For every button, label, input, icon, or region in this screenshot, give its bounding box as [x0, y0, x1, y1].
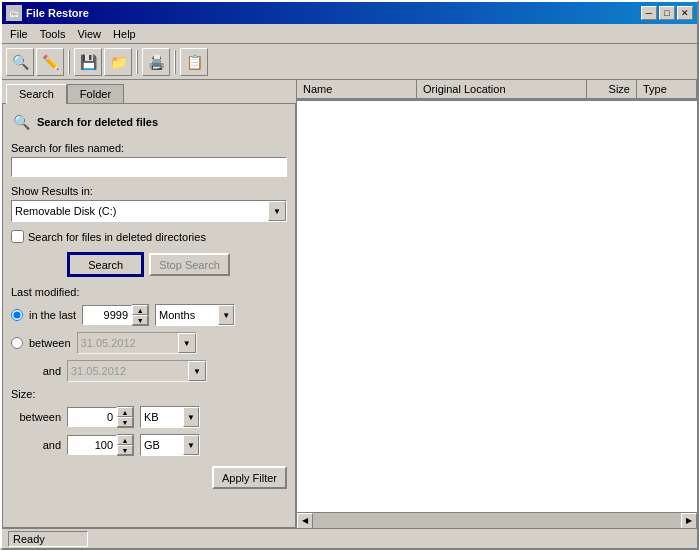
toolbar-info-button[interactable]: 📋 [180, 48, 208, 76]
column-header-name[interactable]: Name [297, 80, 417, 100]
toolbar-save-button[interactable]: 💾 [74, 48, 102, 76]
apply-filter-button[interactable]: Apply Filter [212, 466, 287, 489]
menu-view[interactable]: View [71, 26, 107, 42]
show-results-group: Show Results in: Removable Disk (C:) Loc… [11, 185, 287, 222]
scroll-left-button[interactable]: ◀ [297, 513, 313, 529]
column-header-type[interactable]: Type [637, 80, 697, 100]
status-text: Ready [13, 533, 45, 545]
search-button[interactable]: Search [68, 253, 143, 276]
and-date-select-wrap: 31.05.2012 ▼ [67, 360, 207, 382]
in-last-spin-wrap: ▲ ▼ [82, 304, 149, 326]
between-radio-row: between 31.05.2012 ▼ [11, 332, 287, 354]
show-results-label: Show Results in: [11, 185, 287, 197]
size-section: Size: between ▲ ▼ [11, 388, 287, 489]
show-results-select-wrap: Removable Disk (C:) Local Disk (D:) All … [11, 200, 287, 222]
tab-bar: Search Folder [2, 80, 296, 103]
size-label: Size: [11, 388, 287, 400]
between-size-row: between ▲ ▼ KB MB GB [11, 406, 287, 428]
toolbar: 🔍 ✏️ 💾 📁 🖨️ 📋 [2, 44, 697, 80]
between-date-select-wrap: 31.05.2012 ▼ [77, 332, 197, 354]
filename-field-group: Search for files named: [11, 142, 287, 177]
title-bar: 🗂 File Restore ─ □ ✕ [2, 2, 697, 24]
in-last-label: in the last [29, 309, 76, 321]
and-size-label: and [11, 439, 61, 451]
toolbar-separator-1 [68, 50, 70, 74]
deleted-dirs-label: Search for files in deleted directories [28, 231, 206, 243]
menu-tools[interactable]: Tools [34, 26, 72, 42]
filename-label: Search for files named: [11, 142, 287, 154]
status-panel: Ready [8, 531, 88, 547]
deleted-dirs-checkbox-row: Search for files in deleted directories [11, 230, 287, 243]
between-size-spin-wrap: ▲ ▼ [67, 406, 134, 428]
deleted-dirs-checkbox[interactable] [11, 230, 24, 243]
between-date-select[interactable]: 31.05.2012 [77, 332, 197, 354]
status-bar: Ready [2, 528, 697, 548]
tab-search[interactable]: Search [6, 84, 67, 104]
file-list-body [297, 101, 697, 512]
menu-bar: File Tools View Help [2, 24, 697, 44]
months-select-wrap: Months Days Years ▼ [155, 304, 235, 326]
last-modified-label: Last modified: [11, 286, 287, 298]
months-select[interactable]: Months Days Years [155, 304, 235, 326]
and-size-unit-select[interactable]: KB MB GB [140, 434, 200, 456]
left-panel: Search Folder 🔍 Search for deleted files… [2, 80, 297, 528]
and-size-down-button[interactable]: ▼ [117, 445, 133, 455]
and-size-up-button[interactable]: ▲ [117, 435, 133, 445]
show-results-select[interactable]: Removable Disk (C:) Local Disk (D:) All … [11, 200, 287, 222]
column-header-location[interactable]: Original Location [417, 80, 587, 100]
between-size-down-button[interactable]: ▼ [117, 417, 133, 427]
minimize-button[interactable]: ─ [641, 6, 657, 20]
and-size-input[interactable] [67, 435, 117, 455]
maximize-button[interactable]: □ [659, 6, 675, 20]
window-icon: 🗂 [6, 5, 22, 21]
menu-help[interactable]: Help [107, 26, 142, 42]
toolbar-separator-2 [136, 50, 138, 74]
between-size-up-button[interactable]: ▲ [117, 407, 133, 417]
between-size-input[interactable] [67, 407, 117, 427]
and-date-row: and 31.05.2012 ▼ [11, 360, 287, 382]
main-content: Search Folder 🔍 Search for deleted files… [2, 80, 697, 528]
horizontal-scrollbar: ◀ ▶ [297, 512, 697, 528]
in-last-down-button[interactable]: ▼ [132, 315, 148, 325]
and-size-spin-buttons: ▲ ▼ [117, 434, 134, 456]
and-date-select[interactable]: 31.05.2012 [67, 360, 207, 382]
in-last-up-button[interactable]: ▲ [132, 305, 148, 315]
section-title: Search for deleted files [37, 116, 158, 128]
and-date-label: and [11, 365, 61, 377]
between-label: between [29, 337, 71, 349]
file-list-header: Name Original Location Size Type [297, 80, 697, 101]
between-size-unit-wrap: KB MB GB ▼ [140, 406, 200, 428]
section-header: 🔍 Search for deleted files [11, 112, 287, 132]
filename-input[interactable] [11, 157, 287, 177]
toolbar-print-button[interactable]: 🖨️ [142, 48, 170, 76]
in-last-radio[interactable] [11, 309, 23, 321]
and-size-spin-wrap: ▲ ▼ [67, 434, 134, 456]
scroll-track[interactable] [313, 513, 681, 529]
title-bar-buttons: ─ □ ✕ [641, 6, 693, 20]
scroll-right-button[interactable]: ▶ [681, 513, 697, 529]
column-header-size[interactable]: Size [587, 80, 637, 100]
between-size-label: between [11, 411, 61, 423]
between-size-unit-select[interactable]: KB MB GB [140, 406, 200, 428]
stop-search-button[interactable]: Stop Search [149, 253, 230, 276]
close-button[interactable]: ✕ [677, 6, 693, 20]
in-last-radio-row: in the last ▲ ▼ Months Days Years [11, 304, 287, 326]
main-window: 🗂 File Restore ─ □ ✕ File Tools View Hel… [0, 0, 699, 550]
window-title: File Restore [26, 7, 637, 19]
and-size-unit-wrap: KB MB GB ▼ [140, 434, 200, 456]
in-last-spin-buttons: ▲ ▼ [132, 304, 149, 326]
between-radio[interactable] [11, 337, 23, 349]
toolbar-folder-button[interactable]: 📁 [104, 48, 132, 76]
and-size-row: and ▲ ▼ KB MB GB [11, 434, 287, 456]
tab-folder[interactable]: Folder [67, 84, 124, 103]
tab-content: 🔍 Search for deleted files Search for fi… [2, 103, 296, 528]
menu-file[interactable]: File [4, 26, 34, 42]
toolbar-search-button[interactable]: 🔍 [6, 48, 34, 76]
in-last-value-input[interactable] [82, 305, 132, 325]
between-size-spin-buttons: ▲ ▼ [117, 406, 134, 428]
right-panel: Name Original Location Size Type ◀ ▶ [297, 80, 697, 528]
toolbar-separator-3 [174, 50, 176, 74]
search-buttons-row: Search Stop Search [11, 253, 287, 276]
toolbar-edit-button[interactable]: ✏️ [36, 48, 64, 76]
apply-filter-row: Apply Filter [11, 466, 287, 489]
